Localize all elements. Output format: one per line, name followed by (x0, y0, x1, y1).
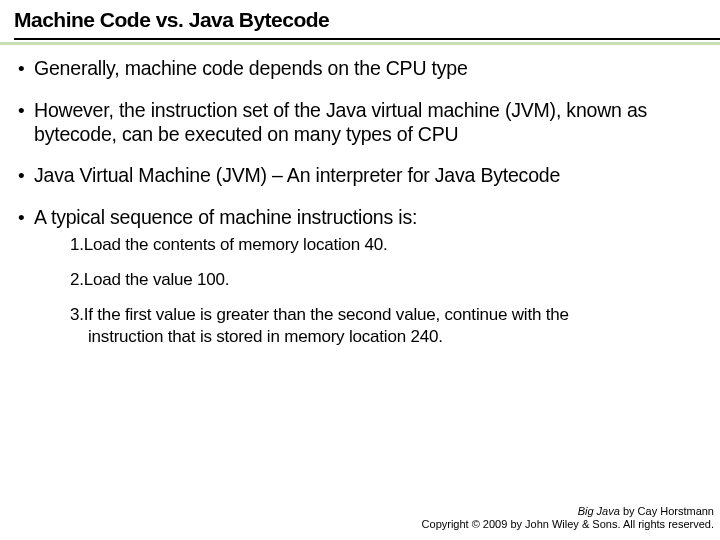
footer-copyright: Copyright © 2009 by John Wiley & Sons. A… (422, 518, 714, 532)
footer-book-title: Big Java (578, 505, 620, 517)
slide-title: Machine Code vs. Java Bytecode (14, 8, 720, 32)
title-underline (14, 38, 720, 40)
step-item: 1.Load the contents of memory location 4… (70, 234, 696, 255)
step-text: Load the value 100. (84, 270, 230, 289)
slide-content: Generally, machine code depends on the C… (0, 45, 720, 347)
step-item: 2.Load the value 100. (70, 269, 696, 290)
bullet-item: A typical sequence of machine instructio… (12, 206, 696, 347)
bullet-text: A typical sequence of machine instructio… (34, 206, 417, 228)
step-text: If the first value is greater than the s… (84, 305, 569, 324)
bullet-item: Java Virtual Machine (JVM) – An interpre… (12, 164, 696, 188)
step-number: 2. (70, 270, 84, 289)
step-text: Load the contents of memory location 40. (84, 235, 388, 254)
step-number: 1. (70, 235, 84, 254)
slide-footer: Big Java by Cay Horstmann Copyright © 20… (422, 505, 714, 533)
step-number: 3. (70, 305, 84, 324)
bullet-item: Generally, machine code depends on the C… (12, 57, 696, 81)
bullet-item: However, the instruction set of the Java… (12, 99, 696, 147)
step-text-cont: instruction that is stored in memory loc… (70, 326, 696, 347)
footer-author: by Cay Horstmann (620, 505, 714, 517)
step-item: 3.If the first value is greater than the… (70, 304, 696, 347)
